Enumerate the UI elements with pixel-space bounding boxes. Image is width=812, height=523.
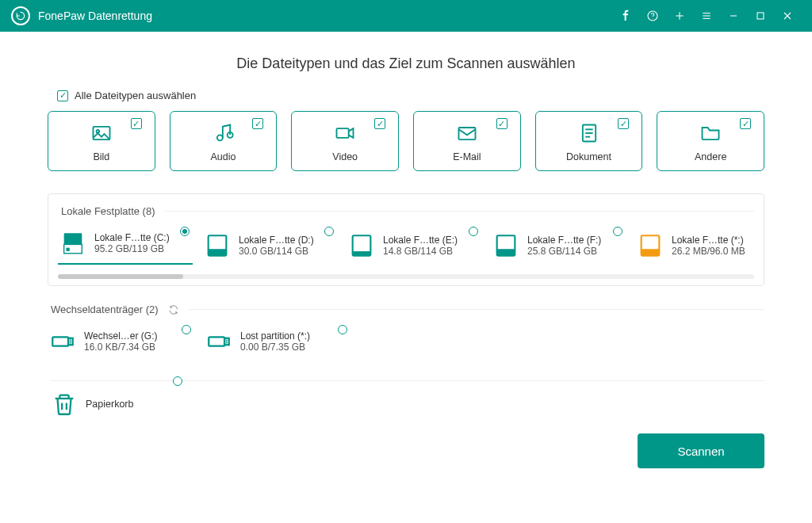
drive-item[interactable]: Lokale F…tte (D:)30.0 GB/114 GB (202, 227, 337, 265)
radio-icon (173, 376, 182, 386)
hdd-icon (59, 230, 86, 257)
radio-icon (324, 227, 334, 236)
svg-point-1 (653, 18, 653, 19)
drive-name: Lokale F…tte (D:) (239, 235, 314, 246)
drive-item[interactable]: Lokale F…tte (*:)26.2 MB/96.0 MB (635, 227, 770, 265)
removable-drives-list: Wechsel…er (G:)16.0 KB/7.34 GB Lost part… (48, 325, 764, 366)
file-type-row: ✓ Bild ✓ Audio ✓ Video ✓ E-Mail ✓ Dokume… (48, 111, 764, 171)
drive-size: 30.0 GB/114 GB (239, 246, 314, 257)
svg-rect-16 (458, 128, 475, 139)
maximize-button[interactable] (747, 0, 774, 32)
facebook-icon[interactable] (612, 0, 639, 32)
radio-icon (469, 227, 478, 236)
radio-icon (613, 227, 622, 236)
svg-rect-23 (67, 248, 70, 251)
checkbox-icon: ✓ (496, 118, 508, 129)
hdd-icon (637, 232, 664, 259)
drive-size: 95.2 GB/119 GB (94, 243, 170, 254)
checkbox-icon: ✓ (57, 90, 68, 101)
section-label: Wechseldatenträger (2) (51, 303, 159, 315)
hdd-icon (204, 232, 231, 259)
titlebar: FonePaw Datenrettung (0, 0, 812, 32)
page-heading: Die Dateitypen und das Ziel zum Scannen … (48, 55, 764, 72)
drive-size: 0.00 B/7.35 GB (240, 342, 310, 353)
app-logo (11, 6, 30, 25)
svg-rect-15 (337, 128, 349, 138)
drive-name: Lokale F…tte (*:) (672, 235, 745, 246)
help-icon[interactable] (639, 0, 666, 32)
radio-icon (182, 325, 191, 334)
removable-section: Wechseldatenträger (2) Wechsel…er (G:)16… (48, 303, 764, 366)
local-drives-list: Lokale F…tte (C:)95.2 GB/119 GB Lokale F… (58, 227, 754, 273)
checkbox-icon: ✓ (618, 118, 629, 129)
recycle-bin-item[interactable]: Papierkorb (51, 391, 186, 418)
drive-item[interactable]: Lokale F…tte (E:)14.8 GB/114 GB (347, 227, 481, 265)
type-label: Bild (55, 151, 148, 162)
section-label: Lokale Festplatte (8) (61, 205, 155, 217)
hdd-icon (492, 232, 519, 259)
type-card-document[interactable]: ✓ Dokument (535, 111, 643, 171)
drive-name: Lokale F…tte (F:) (527, 235, 601, 246)
close-button[interactable] (774, 0, 801, 32)
svg-point-13 (216, 135, 222, 140)
usb-icon (205, 328, 232, 355)
drive-size: 14.8 GB/114 GB (383, 246, 458, 257)
radio-icon (180, 227, 190, 236)
drive-item[interactable]: Lost partition (*:)0.00 B/7.35 GB (204, 325, 350, 358)
type-label: Video (298, 151, 392, 162)
type-label: Andere (664, 151, 757, 162)
trash-label: Papierkorb (86, 399, 133, 410)
type-card-audio[interactable]: ✓ Audio (170, 111, 278, 171)
drive-size: 26.2 MB/96.0 MB (672, 246, 745, 257)
type-card-video[interactable]: ✓ Video (291, 111, 399, 171)
usb-icon (49, 328, 76, 355)
scan-button[interactable]: Scannen (638, 433, 764, 468)
checkbox-icon: ✓ (374, 118, 385, 129)
drive-name: Wechsel…er (G:) (84, 330, 157, 342)
svg-rect-33 (68, 338, 73, 345)
drive-item[interactable]: Lokale F…tte (C:)95.2 GB/119 GB (58, 227, 193, 265)
plus-icon[interactable] (666, 0, 693, 32)
svg-rect-8 (757, 13, 764, 19)
trash-icon (51, 391, 78, 418)
checkbox-icon: ✓ (131, 118, 142, 129)
checkbox-icon: ✓ (252, 118, 263, 129)
type-card-email[interactable]: ✓ E-Mail (413, 111, 521, 171)
drive-size: 25.8 GB/114 GB (527, 246, 601, 257)
type-label: Audio (177, 151, 270, 162)
svg-rect-37 (224, 338, 229, 345)
select-all-checkbox[interactable]: ✓ Alle Dateitypen auswählen (57, 90, 764, 101)
svg-rect-31 (642, 249, 660, 256)
type-card-other[interactable]: ✓ Andere (657, 111, 764, 171)
refresh-icon[interactable] (168, 304, 179, 315)
menu-icon[interactable] (693, 0, 720, 32)
radio-icon (338, 325, 347, 334)
type-label: Dokument (542, 151, 636, 162)
svg-rect-27 (353, 251, 371, 256)
drive-name: Lost partition (*:) (240, 330, 310, 342)
svg-rect-25 (209, 249, 227, 256)
checkbox-icon: ✓ (740, 118, 751, 129)
type-label: E-Mail (420, 151, 514, 162)
type-card-image[interactable]: ✓ Bild (48, 111, 155, 171)
svg-rect-29 (497, 249, 515, 256)
drive-item[interactable]: Wechsel…er (G:)16.0 KB/7.34 GB (48, 325, 194, 358)
horizontal-scrollbar[interactable] (58, 274, 754, 279)
local-drives-section: Lokale Festplatte (8) Lokale F…tte (C:)9… (48, 193, 764, 286)
select-all-label: Alle Dateitypen auswählen (75, 90, 196, 101)
drive-name: Lokale F…tte (C:) (94, 232, 170, 243)
svg-rect-36 (209, 337, 224, 345)
drive-item[interactable]: Lokale F…tte (F:)25.8 GB/114 GB (491, 227, 626, 265)
svg-rect-32 (52, 337, 68, 345)
minimize-button[interactable] (720, 0, 747, 32)
hdd-icon (348, 232, 375, 259)
app-title: FonePaw Datenrettung (38, 10, 152, 22)
drive-name: Lokale F…tte (E:) (383, 235, 458, 246)
drive-size: 16.0 KB/7.34 GB (84, 342, 157, 353)
